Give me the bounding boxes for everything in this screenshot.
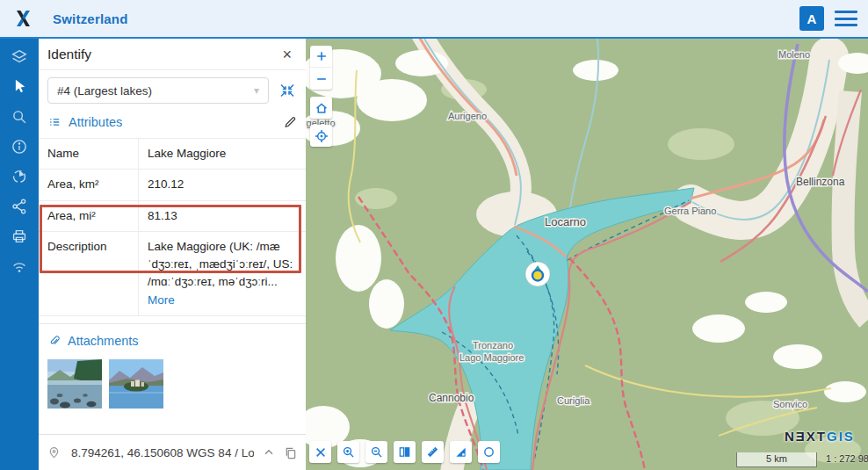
top-header: Switzerland A — [0, 0, 868, 39]
attachments-list — [39, 354, 306, 414]
print-icon[interactable] — [0, 221, 39, 251]
place-label-tronzano-2: Lago Maggiore — [459, 352, 524, 363]
paperclip-icon — [47, 334, 61, 348]
close-icon[interactable]: × — [277, 45, 297, 64]
panel-title: Identify — [47, 47, 277, 62]
attachment-thumbnail-1[interactable] — [47, 359, 102, 409]
edit-pencil-icon[interactable] — [283, 115, 297, 129]
wifi-icon[interactable] — [0, 251, 39, 281]
attr-label: Area, mi² — [39, 201, 139, 231]
compress-arrows-icon[interactable] — [278, 82, 297, 99]
app-window: Switzerland A — [0, 0, 868, 470]
hamburger-menu-icon[interactable] — [835, 11, 857, 26]
identify-marker — [525, 262, 550, 286]
table-row: Area, km² 210.12 — [39, 170, 306, 200]
share-icon[interactable] — [0, 192, 39, 221]
place-label-tronzano-1: Tronzano — [473, 340, 513, 351]
attributes-section-title: Attributes — [69, 115, 283, 129]
place-label-cannobio: Cannobio — [429, 392, 474, 404]
zoom-in-button[interactable] — [310, 46, 332, 68]
zoom-control-group — [310, 46, 332, 90]
attr-value: 210.12 — [139, 170, 306, 199]
coordinates-text: 8.794261, 46.150608 WGS 84 / Lon-l... — [71, 446, 254, 459]
nextgis-x-logo-icon[interactable] — [12, 8, 33, 29]
zoom-in-box-button[interactable] — [337, 441, 359, 463]
info-icon[interactable] — [0, 132, 39, 162]
identify-panel: Identify × #4 (Largest lakes) ▾ Attribut… — [39, 39, 306, 434]
attr-label: Description — [39, 232, 139, 315]
measure-area-button[interactable] — [450, 441, 472, 463]
close-tool-button[interactable] — [309, 441, 331, 463]
app-title[interactable]: Switzerland — [53, 11, 128, 26]
user-avatar-button[interactable]: A — [799, 6, 824, 31]
feature-select-value: #4 (Largest lakes) — [57, 84, 254, 98]
attr-value: Lake Maggiore (UK: /mæˈdʒɔːreɪ, ˌmædʒiˈɔ… — [148, 240, 293, 289]
location-pin-icon — [47, 445, 61, 459]
zoom-out-box-button[interactable] — [365, 441, 387, 463]
coordinates-statusbar: 8.794261, 46.150608 WGS 84 / Lon-l... — [39, 434, 306, 470]
search-icon[interactable] — [0, 102, 39, 132]
place-label-sonvico: Sonvico — [773, 399, 807, 409]
pointer-identify-icon[interactable] — [0, 72, 39, 102]
layers-icon[interactable] — [0, 42, 39, 72]
nextgis-attribution-logo[interactable]: NƎXTGIS — [785, 429, 855, 444]
feature-select[interactable]: #4 (Largest lakes) ▾ — [47, 77, 269, 104]
place-label-moleno: Moleno — [778, 49, 810, 60]
logo-dark-part: NƎXT — [785, 429, 827, 444]
scale-ratio: 1 : 272 989 — [826, 453, 864, 464]
measure-distance-button[interactable] — [422, 441, 444, 463]
attr-value: Lake Maggiore — [139, 139, 306, 169]
attributes-table: Name Lake Maggiore Area, km² 210.12 Area… — [39, 138, 306, 316]
home-extent-button[interactable] — [310, 97, 332, 119]
scale-bar: 5 km — [736, 452, 817, 467]
table-row-description: Description Lake Maggiore (UK: /mæˈdʒɔːr… — [39, 232, 306, 316]
map-container: Moleno Aurigeno Vergeletto Bellinzona Lo… — [306, 39, 868, 470]
section-divider — [39, 323, 306, 324]
swipe-compare-button[interactable] — [394, 441, 416, 463]
attr-value: 81.13 — [139, 201, 306, 231]
zoom-out-button[interactable] — [310, 68, 332, 90]
chevron-up-icon[interactable] — [263, 446, 275, 459]
logo-blue-part: GIS — [827, 429, 855, 444]
table-row: Area, mi² 81.13 — [39, 201, 306, 232]
copy-icon[interactable] — [284, 446, 297, 459]
chevron-down-icon: ▾ — [254, 84, 259, 97]
map-canvas[interactable]: Moleno Aurigeno Vergeletto Bellinzona Lo… — [306, 39, 868, 470]
attr-label: Area, km² — [39, 170, 139, 199]
place-label-bellinzona: Bellinzona — [796, 176, 845, 188]
attr-label: Name — [39, 139, 139, 169]
tool-rail — [0, 39, 39, 470]
list-icon — [47, 115, 61, 129]
locate-me-button[interactable] — [310, 125, 332, 147]
place-label-curiglia: Curiglia — [557, 395, 590, 406]
place-label-locarno: Locarno — [545, 215, 586, 228]
place-label-gerra-piano: Gerra Piano — [664, 206, 716, 216]
segments-icon[interactable] — [0, 162, 39, 192]
table-row: Name Lake Maggiore — [39, 138, 306, 170]
more-link[interactable]: More — [148, 293, 175, 307]
identify-circle-button[interactable] — [478, 441, 500, 463]
place-label-aurigeno: Aurigeno — [448, 111, 487, 121]
attachments-section-title: Attachments — [68, 334, 297, 348]
attachment-thumbnail-2[interactable] — [109, 359, 163, 409]
